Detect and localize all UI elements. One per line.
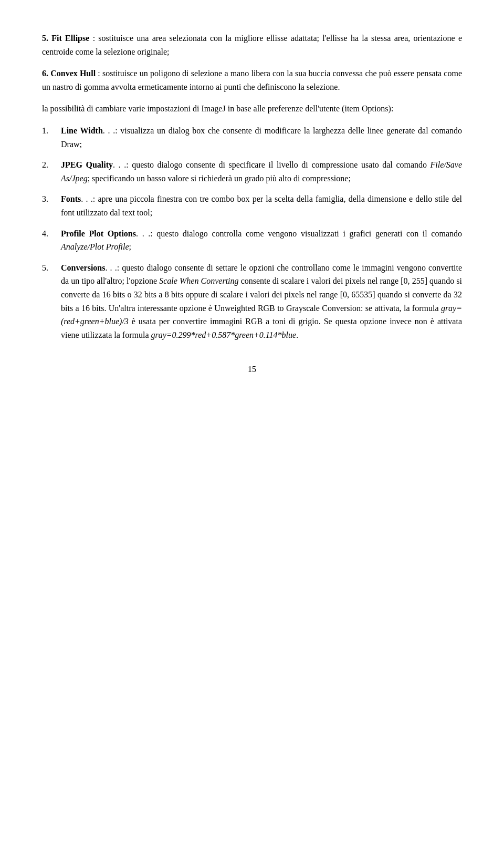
convex-hull-paragraph: 6. Convex Hull : sostituisce un poligono…: [42, 67, 462, 94]
list-content-4: Profile Plot Options. . .: questo dialog…: [61, 227, 462, 254]
list-num-4: 4.: [42, 227, 61, 254]
convex-hull-label: 6. Convex Hull: [42, 69, 96, 78]
list-num-3: 3.: [42, 192, 61, 219]
convex-hull-text: : sostituisce un poligono di selezione a…: [42, 69, 462, 91]
fonts-text: . . .: apre una piccola finestra con tre…: [61, 194, 462, 217]
jpeg-quality-label: JPEG Quality: [61, 160, 113, 169]
list-item-conversions: 5. Conversions. . .: questo dialogo cons…: [42, 261, 462, 342]
list-content-3: Fonts. . .: apre una piccola finestra co…: [61, 192, 462, 219]
list-intro: la possibilità di cambiare varie imposta…: [42, 102, 462, 116]
list-intro-text: la possibilità di cambiare varie imposta…: [42, 104, 393, 113]
page-number-text: 15: [248, 365, 256, 374]
gray-formula-2-italic: gray=0.299*red+0.587*green+0.114*blue: [151, 330, 296, 339]
list-num-2: 2.: [42, 158, 61, 185]
list-content-1: Line Width. . .: visualizza un dialog bo…: [61, 124, 462, 151]
list-item-fonts: 3. Fonts. . .: apre una piccola finestra…: [42, 192, 462, 219]
list-item-line-width: 1. Line Width. . .: visualizza un dialog…: [42, 124, 462, 151]
list-content-2: JPEG Quality. . .: questo dialogo consen…: [61, 158, 462, 185]
fit-ellipse-paragraph: 5. Fit Ellipse : sostituisce una area se…: [42, 32, 462, 58]
gray-formula-1-italic: gray=(red+green+blue)/3: [61, 304, 462, 326]
fit-ellipse-label: 5. Fit Ellipse: [42, 34, 89, 43]
list-num-1: 1.: [42, 124, 61, 151]
page-number: 15: [42, 363, 462, 376]
page: 5. Fit Ellipse : sostituisce una area se…: [0, 0, 504, 858]
fit-ellipse-text: : sostituisce una area selezionata con l…: [42, 34, 462, 56]
line-width-label: Line Width: [61, 126, 103, 135]
list-num-5: 5.: [42, 261, 61, 342]
file-save-italic: File/Save As/Jpeg: [61, 160, 462, 183]
scale-when-converting-italic: Scale When Converting: [159, 276, 238, 285]
jpeg-quality-text: . . .: questo dialogo consente di specif…: [61, 160, 462, 183]
list-content-5: Conversions. . .: questo dialogo consent…: [61, 261, 462, 342]
conversions-text: . . .: questo dialogo consente di settar…: [61, 263, 462, 339]
list-item-profile-plot: 4. Profile Plot Options. . .: questo dia…: [42, 227, 462, 254]
profile-plot-label: Profile Plot Options: [61, 229, 136, 238]
conversions-label: Conversions: [61, 263, 105, 272]
fonts-label: Fonts: [61, 194, 81, 203]
analyze-plot-italic: Analyze/Plot Profile: [61, 242, 129, 251]
line-width-separator: . . .: visualizza un dialog box che cons…: [61, 126, 462, 149]
list-item-jpeg-quality: 2. JPEG Quality. . .: questo dialogo con…: [42, 158, 462, 185]
